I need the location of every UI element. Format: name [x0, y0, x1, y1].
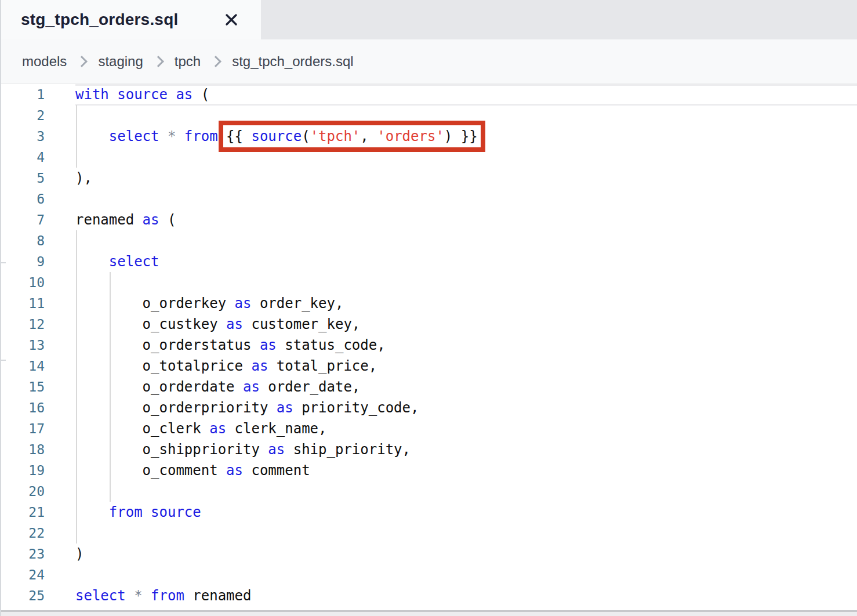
code-token: ),	[75, 170, 92, 186]
code-token: renamed	[75, 212, 143, 228]
code-text: o_clerk as clerk_name,	[75, 418, 326, 439]
code-line[interactable]: 7renamed as (	[1, 209, 857, 230]
code-token: from	[109, 504, 143, 520]
line-number: 21	[1, 502, 45, 523]
code-token	[75, 504, 109, 520]
tab-stg-tpch-orders[interactable]: stg_tpch_orders.sql	[1, 0, 261, 39]
code-line[interactable]: 3 select * from {{ source('tpch', 'order…	[1, 126, 857, 147]
code-line[interactable]: 10	[1, 272, 857, 293]
close-icon[interactable]	[224, 12, 239, 27]
code-line[interactable]: 18 o_shippriority as ship_priority,	[1, 439, 857, 460]
code-token: o_clerk	[75, 421, 209, 437]
panel-edge-tick	[1, 360, 6, 361]
code-token: 'orders'	[377, 128, 444, 144]
code-text: o_shippriority as ship_priority,	[75, 439, 411, 460]
code-editor[interactable]: 1with source as (23 select * from {{ sou…	[1, 84, 857, 610]
code-line[interactable]: 1with source as (	[1, 84, 857, 105]
code-line[interactable]: 24	[1, 564, 857, 585]
code-line[interactable]: 6	[1, 189, 857, 209]
breadcrumb: modelsstagingtpchstg_tpch_orders.sql	[1, 39, 857, 84]
code-token	[176, 128, 184, 144]
code-token: o_orderstatus	[75, 337, 260, 353]
breadcrumb-item[interactable]: models	[22, 53, 67, 70]
code-line[interactable]: 5),	[1, 168, 857, 189]
code-token: as	[226, 316, 243, 332]
code-token: total_price,	[268, 358, 377, 374]
code-token: as	[209, 421, 226, 437]
line-number: 4	[1, 147, 45, 168]
breadcrumb-item[interactable]: staging	[98, 53, 143, 70]
code-line[interactable]: 15 o_orderdate as order_date,	[1, 376, 857, 397]
code-token: order_date,	[260, 379, 360, 395]
line-number: 14	[1, 356, 45, 376]
code-token: as	[260, 337, 277, 353]
code-token: as	[243, 379, 260, 395]
panel-edge-tick	[1, 262, 6, 263]
line-number: 6	[1, 189, 45, 209]
code-token: renamed	[184, 588, 252, 604]
code-token: comment	[243, 462, 310, 479]
line-number: 16	[1, 397, 45, 418]
code-text: renamed as (	[75, 209, 176, 230]
code-token: *	[168, 128, 176, 144]
code-line[interactable]: 8	[1, 230, 857, 251]
code-token: select	[75, 588, 126, 604]
line-number: 2	[1, 105, 45, 126]
code-line[interactable]: 20	[1, 481, 857, 502]
code-token: )	[75, 546, 83, 562]
code-line[interactable]: 12 o_custkey as customer_key,	[1, 314, 857, 335]
code-token: as	[143, 212, 159, 228]
code-token: from	[151, 588, 184, 604]
ide-window: stg_tpch_orders.sql modelsstagingtpchstg…	[0, 0, 857, 616]
line-number: 13	[1, 335, 45, 356]
code-line[interactable]: 14 o_totalprice as total_price,	[1, 356, 857, 376]
line-number: 3	[1, 126, 45, 147]
code-text: o_orderkey as order_key,	[75, 293, 343, 314]
code-token	[143, 504, 151, 520]
code-token: clerk_name,	[226, 421, 326, 437]
breadcrumb-item[interactable]: tpch	[175, 53, 201, 70]
code-token: select	[109, 253, 159, 270]
line-number: 19	[1, 460, 45, 481]
code-line[interactable]: 17 o_clerk as clerk_name,	[1, 418, 857, 439]
code-line[interactable]: 4	[1, 147, 857, 168]
line-number: 15	[1, 376, 45, 397]
code-line[interactable]: 22	[1, 523, 857, 543]
code-text: o_orderpriority as priority_code,	[75, 397, 419, 418]
code-line[interactable]: 16 o_orderpriority as priority_code,	[1, 397, 857, 418]
code-token: priority_code,	[293, 400, 419, 416]
code-line[interactable]: 13 o_orderstatus as status_code,	[1, 335, 857, 356]
code-line[interactable]: 9 select	[1, 251, 857, 272]
breadcrumb-item[interactable]: stg_tpch_orders.sql	[232, 53, 353, 70]
code-token	[143, 588, 151, 604]
chevron-right-icon	[152, 56, 164, 67]
code-text: o_orderdate as order_date,	[75, 376, 360, 397]
code-token: source	[251, 128, 302, 144]
code-line[interactable]: 25select * from renamed	[1, 585, 857, 606]
code-line[interactable]: 11 o_orderkey as order_key,	[1, 293, 857, 314]
code-line[interactable]: 21 from source	[1, 502, 857, 523]
code-token: from	[184, 128, 218, 144]
code-token	[126, 588, 134, 604]
code-line[interactable]: 19 o_comment as comment	[1, 460, 857, 481]
panel-divider[interactable]	[1, 610, 857, 616]
code-token: o_orderdate	[75, 379, 243, 395]
code-text: select * from renamed	[75, 585, 251, 606]
line-number: 7	[1, 209, 45, 230]
code-token: (	[302, 128, 310, 144]
line-number: 9	[1, 251, 45, 272]
tab-title: stg_tpch_orders.sql	[21, 10, 178, 29]
code-text: select * from {{ source('tpch', 'orders'…	[75, 126, 478, 147]
code-text: )	[75, 543, 83, 564]
annotation-highlight-box: {{ source('tpch', 'orders') }}	[226, 128, 478, 144]
code-token: source	[151, 504, 201, 520]
line-number: 22	[1, 523, 45, 543]
code-line[interactable]: 23)	[1, 543, 857, 564]
chevron-right-icon	[210, 56, 221, 67]
active-line-border-top	[75, 84, 857, 86]
line-number: 8	[1, 230, 45, 251]
code-line[interactable]: 2	[1, 105, 857, 126]
line-number: 1	[1, 84, 45, 105]
line-number: 20	[1, 481, 45, 502]
code-token: source	[117, 86, 168, 103]
